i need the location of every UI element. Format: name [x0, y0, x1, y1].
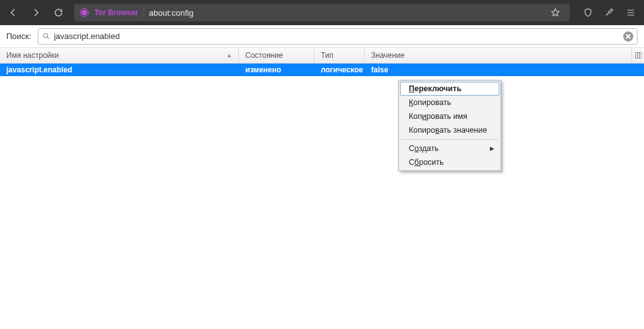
arrow-left-icon — [8, 8, 18, 18]
menu-item-copy-name[interactable]: Копировать имя — [400, 109, 499, 123]
search-row: Поиск: — [0, 25, 644, 48]
menu-item-copy-name-label: Копировать имя — [409, 112, 467, 121]
reload-button[interactable] — [49, 3, 68, 22]
chrome-right-controls — [579, 3, 640, 22]
sparkle-button[interactable] — [600, 3, 619, 22]
sort-asc-icon: ▲ — [226, 52, 232, 59]
reload-icon — [53, 8, 64, 18]
url-text: about:config — [149, 8, 541, 18]
menu-item-copy-value[interactable]: Копировать значение — [400, 123, 499, 137]
chevron-right-icon: ▶ — [490, 145, 494, 152]
url-bar[interactable]: Tor Browser about:config — [74, 4, 570, 21]
shield-icon — [583, 8, 593, 18]
shield-button[interactable] — [579, 3, 597, 22]
column-header-type[interactable]: Тип — [314, 48, 365, 63]
onion-icon — [79, 8, 89, 18]
clear-search-button[interactable] — [623, 31, 633, 42]
svg-point-0 — [43, 33, 48, 38]
search-input[interactable] — [54, 31, 619, 41]
search-box[interactable] — [38, 28, 638, 45]
forward-button[interactable] — [26, 3, 45, 22]
bookmark-button[interactable] — [546, 3, 565, 22]
column-picker-icon — [635, 52, 642, 59]
pref-name: javascript.enabled — [0, 65, 239, 74]
svg-rect-3 — [639, 53, 641, 59]
svg-rect-1 — [635, 53, 637, 59]
column-header-state-label: Состояние — [245, 51, 283, 60]
menu-item-toggle[interactable]: Переключить — [400, 82, 499, 96]
browser-chrome: Tor Browser about:config — [0, 0, 644, 25]
column-picker-button[interactable] — [631, 48, 644, 63]
column-header-type-label: Тип — [321, 51, 333, 60]
browser-brand: Tor Browser — [94, 8, 138, 17]
star-icon — [550, 8, 560, 18]
menu-item-copy-label: Копировать — [409, 98, 451, 107]
menu-item-reset-label: Сбросить — [409, 158, 444, 167]
column-header-name[interactable]: Имя настройки ▲ — [0, 48, 239, 63]
svg-rect-2 — [637, 53, 639, 59]
pref-type: логическое — [314, 65, 365, 74]
menu-item-copy-value-label: Копировать значение — [409, 126, 487, 135]
menu-item-reset[interactable]: Сбросить — [400, 155, 499, 169]
menu-item-create-label: Создать — [409, 144, 439, 153]
back-button[interactable] — [4, 3, 23, 22]
column-header-state[interactable]: Состояние — [239, 48, 314, 63]
pref-row[interactable]: javascript.enabled изменено логическое f… — [0, 64, 644, 76]
column-header-value-label: Значение — [371, 51, 404, 60]
sparkle-icon — [604, 8, 614, 18]
hamburger-icon — [626, 8, 636, 18]
close-icon — [626, 34, 631, 39]
arrow-right-icon — [31, 8, 41, 18]
url-separator — [143, 7, 144, 18]
column-header-name-label: Имя настройки — [6, 51, 59, 60]
menu-item-toggle-label: Переключить — [409, 84, 462, 93]
search-label: Поиск: — [6, 31, 31, 41]
menu-item-copy[interactable]: Копировать — [400, 96, 499, 109]
pref-value: false — [365, 65, 644, 74]
column-headers: Имя настройки ▲ Состояние Тип Значение — [0, 48, 644, 64]
pref-state: изменено — [239, 65, 314, 74]
menu-item-create[interactable]: Создать ▶ — [400, 142, 499, 155]
column-header-value[interactable]: Значение — [365, 48, 644, 63]
menu-button[interactable] — [621, 3, 640, 22]
context-menu: Переключить Копировать Копировать имя Ко… — [398, 80, 501, 171]
search-icon — [42, 32, 50, 40]
menu-separator — [401, 139, 498, 140]
